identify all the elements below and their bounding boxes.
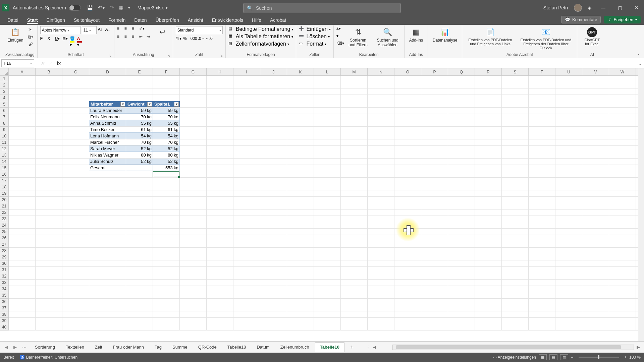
- cell-E9[interactable]: 61 kg: [126, 127, 153, 133]
- cell-O15[interactable]: [394, 165, 421, 171]
- cell-M18[interactable]: [341, 184, 368, 190]
- cell-K1[interactable]: [287, 76, 314, 82]
- cell-A2[interactable]: [9, 82, 36, 88]
- cell-V23[interactable]: [582, 216, 609, 222]
- cell-G17[interactable]: [180, 178, 207, 184]
- cell-J28[interactable]: [260, 248, 287, 254]
- cell-N24[interactable]: [368, 222, 394, 228]
- cell-P32[interactable]: [421, 273, 448, 279]
- menu-tab-datei[interactable]: Datei: [3, 16, 22, 25]
- paste-button[interactable]: 📋 Einfügen: [5, 26, 25, 44]
- cell-I4[interactable]: [233, 95, 260, 101]
- cell-Q2[interactable]: [448, 82, 475, 88]
- cell-J10[interactable]: [260, 133, 287, 139]
- cell-M39[interactable]: [341, 318, 368, 324]
- cell-R8[interactable]: [475, 120, 502, 126]
- cell-W38[interactable]: [609, 311, 636, 317]
- cell-D28[interactable]: [89, 248, 126, 254]
- cell-G19[interactable]: [180, 190, 207, 196]
- row-header-32[interactable]: 32: [0, 273, 8, 280]
- create-pdf-outlook-button[interactable]: 📧 Erstellen von PDF-Dateien und Freigebe…: [517, 26, 574, 51]
- increase-font-icon[interactable]: A↑: [98, 27, 104, 33]
- column-header-M[interactable]: M: [341, 68, 368, 75]
- cell-L7[interactable]: [314, 114, 341, 120]
- cell-Q23[interactable]: [448, 216, 475, 222]
- cell-H8[interactable]: [207, 120, 233, 126]
- cell-D22[interactable]: [89, 209, 126, 216]
- cell-F11[interactable]: 70 kg: [153, 139, 180, 145]
- cell-L13[interactable]: [314, 152, 341, 158]
- cell-W3[interactable]: [609, 88, 636, 95]
- cell-T7[interactable]: [529, 114, 555, 120]
- cell-A4[interactable]: [9, 95, 36, 101]
- sort-filter-button[interactable]: ⇅ Sortieren und Filtern: [344, 26, 372, 48]
- cell-F8[interactable]: 55 kg: [153, 120, 180, 126]
- create-pdf-link-button[interactable]: 📄 Erstellen von PDF-Dateien und Freigebe…: [465, 26, 515, 47]
- cell-T29[interactable]: [529, 254, 555, 260]
- cell-L6[interactable]: [314, 108, 341, 114]
- bold-button[interactable]: F: [40, 36, 46, 42]
- row-header-35[interactable]: 35: [0, 292, 8, 299]
- cell-G40[interactable]: [180, 324, 207, 330]
- cell-J31[interactable]: [260, 267, 287, 273]
- cell-P10[interactable]: [421, 133, 448, 139]
- cell-H13[interactable]: [207, 152, 233, 158]
- cell-M7[interactable]: [341, 114, 368, 120]
- cell-A7[interactable]: [9, 114, 36, 120]
- cell-K26[interactable]: [287, 235, 314, 241]
- cell-W36[interactable]: [609, 299, 636, 305]
- cell-I5[interactable]: [233, 101, 260, 107]
- cell-P34[interactable]: [421, 286, 448, 292]
- cell-Q31[interactable]: [448, 267, 475, 273]
- cell-E14[interactable]: 52 kg: [126, 159, 153, 165]
- cell-O39[interactable]: [394, 318, 421, 324]
- cell-K34[interactable]: [287, 286, 314, 292]
- cell-B11[interactable]: [36, 139, 62, 145]
- cell-W18[interactable]: [609, 184, 636, 190]
- sheet-tab-tag[interactable]: Tag: [150, 342, 167, 352]
- cell-C5[interactable]: [62, 101, 89, 107]
- cell-N7[interactable]: [368, 114, 394, 120]
- cell-M8[interactable]: [341, 120, 368, 126]
- cell-R33[interactable]: [475, 280, 502, 286]
- cell-L28[interactable]: [314, 248, 341, 254]
- cell-F18[interactable]: [153, 184, 180, 190]
- cell-W35[interactable]: [609, 292, 636, 298]
- cell-T24[interactable]: [529, 222, 555, 228]
- cell-U13[interactable]: [555, 152, 582, 158]
- cell-V31[interactable]: [582, 267, 609, 273]
- cell-I14[interactable]: [233, 159, 260, 165]
- cell-P18[interactable]: [421, 184, 448, 190]
- cell-O10[interactable]: [394, 133, 421, 139]
- row-header-5[interactable]: 5: [0, 101, 8, 108]
- cell-Q26[interactable]: [448, 235, 475, 241]
- cell-W1[interactable]: [609, 76, 636, 82]
- cell-Q7[interactable]: [448, 114, 475, 120]
- cell-K17[interactable]: [287, 178, 314, 184]
- cell-M34[interactable]: [341, 286, 368, 292]
- cell-C25[interactable]: [62, 229, 89, 235]
- cell-G9[interactable]: [180, 127, 207, 133]
- cell-T28[interactable]: [529, 248, 555, 254]
- row-header-34[interactable]: 34: [0, 286, 8, 292]
- cell-M2[interactable]: [341, 82, 368, 88]
- cell-L36[interactable]: [314, 299, 341, 305]
- cell-M21[interactable]: [341, 203, 368, 209]
- cell-E7[interactable]: 70 kg: [126, 114, 153, 120]
- cell-F23[interactable]: [153, 216, 180, 222]
- cell-C37[interactable]: [62, 305, 89, 311]
- cell-G28[interactable]: [180, 248, 207, 254]
- cell-A24[interactable]: [9, 222, 36, 228]
- cell-E28[interactable]: [126, 248, 153, 254]
- cell-M14[interactable]: [341, 159, 368, 165]
- cell-M36[interactable]: [341, 299, 368, 305]
- cell-E16[interactable]: [126, 171, 153, 177]
- cell-P14[interactable]: [421, 159, 448, 165]
- cell-R23[interactable]: [475, 216, 502, 222]
- sheet-nav-next[interactable]: ▶: [11, 345, 19, 350]
- cell-M11[interactable]: [341, 139, 368, 145]
- chatgpt-button[interactable]: GPT ChatGPT for Excel: [580, 26, 604, 47]
- underline-button[interactable]: U▾: [55, 36, 61, 42]
- cell-Q27[interactable]: [448, 241, 475, 247]
- cell-R28[interactable]: [475, 248, 502, 254]
